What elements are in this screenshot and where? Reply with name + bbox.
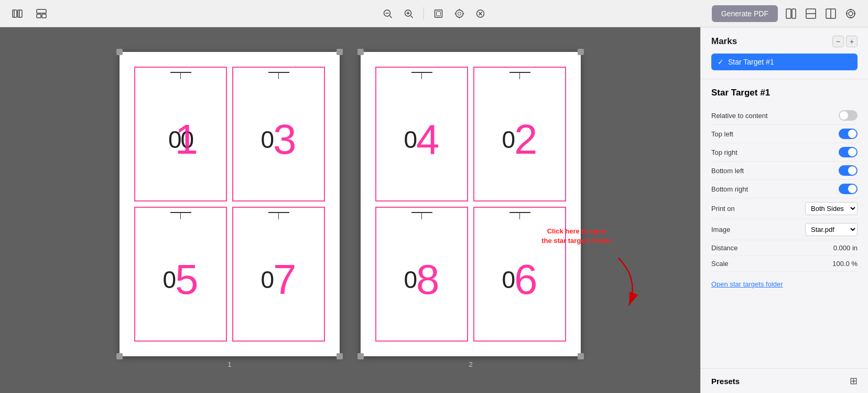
toolbar-center bbox=[379, 5, 489, 22]
card-6: 0 6 bbox=[473, 207, 566, 342]
setting-label-distance: Distance bbox=[711, 244, 738, 252]
card-black-4: 0 bbox=[404, 125, 416, 154]
card-black-5: 0 bbox=[162, 265, 175, 294]
card-top-mark-6 bbox=[509, 212, 530, 219]
corner-tl-1 bbox=[116, 49, 123, 55]
card-black-3: 0 bbox=[261, 125, 273, 154]
svg-rect-0 bbox=[13, 10, 17, 17]
toolbar: Generate PDF bbox=[0, 0, 868, 27]
panel-icon-2[interactable] bbox=[802, 5, 820, 23]
generate-pdf-button[interactable]: Generate PDF bbox=[712, 5, 778, 22]
panel-icon-1[interactable] bbox=[782, 5, 800, 23]
svg-rect-5 bbox=[37, 14, 41, 18]
svg-rect-23 bbox=[786, 9, 791, 18]
setting-label-image: Image bbox=[711, 226, 730, 233]
open-folder-link[interactable]: Open star targets folder bbox=[711, 280, 858, 288]
target-icon[interactable] bbox=[842, 5, 860, 23]
toggle-relative[interactable] bbox=[839, 110, 858, 121]
presets-section: Presets ⊞ bbox=[701, 368, 868, 393]
marks-plus-button[interactable]: + bbox=[846, 36, 858, 47]
card-number-3: 0 3 bbox=[261, 115, 296, 164]
print-on-select[interactable]: Both Sides Front Only Back Only bbox=[805, 202, 858, 215]
card-top-mark-7 bbox=[268, 212, 289, 219]
corner-tr-1 bbox=[337, 49, 343, 55]
svg-point-30 bbox=[849, 12, 853, 16]
setting-row-scale: Scale 100.0 % bbox=[711, 256, 858, 272]
zoom-fit-button[interactable] bbox=[451, 5, 468, 22]
setting-value-distance: 0.000 in bbox=[833, 244, 858, 252]
page-2: 0 4 0 2 bbox=[361, 52, 581, 356]
star-target-check: ✓ bbox=[718, 58, 724, 66]
corner-bl-2 bbox=[357, 353, 364, 359]
zoom-out-button[interactable] bbox=[379, 5, 396, 22]
setting-label-top-left: Top left bbox=[711, 130, 733, 138]
card-pink-8: 8 bbox=[416, 256, 440, 304]
card-2: 0 2 bbox=[473, 67, 566, 201]
svg-line-9 bbox=[390, 16, 392, 18]
layout-icon-2[interactable] bbox=[32, 5, 50, 23]
card-number-4: 0 4 bbox=[404, 115, 439, 164]
toolbar-right: Generate PDF bbox=[712, 5, 860, 23]
card-black-7: 0 bbox=[261, 265, 273, 294]
card-5: 0 5 bbox=[134, 207, 227, 342]
toggle-bottom-left[interactable] bbox=[839, 165, 858, 176]
setting-row-top-right: Top right bbox=[711, 143, 858, 162]
setting-row-bottom-right: Bottom right bbox=[711, 180, 858, 198]
corner-br-2 bbox=[578, 353, 584, 359]
zoom-in-button[interactable] bbox=[400, 5, 417, 22]
setting-label-relative: Relative to content bbox=[711, 112, 768, 120]
presets-grid-icon[interactable]: ⊞ bbox=[850, 375, 858, 387]
toolbar-left bbox=[8, 5, 50, 23]
card-7: 0 7 bbox=[232, 207, 325, 342]
page-1: 00 1 0 3 bbox=[120, 52, 340, 356]
svg-point-17 bbox=[458, 12, 461, 15]
setting-label-print-on: Print on bbox=[711, 205, 735, 213]
marks-minus-button[interactable]: − bbox=[832, 36, 844, 47]
card-top-mark-1 bbox=[170, 72, 191, 79]
toolbar-icons-right bbox=[782, 5, 860, 23]
card-number-5: 0 5 bbox=[162, 256, 198, 304]
toggle-bottom-right[interactable] bbox=[839, 184, 858, 194]
card-pink-5: 5 bbox=[175, 256, 199, 304]
main-content: 00 1 0 3 bbox=[0, 27, 868, 393]
setting-label-bottom-left: Bottom left bbox=[711, 167, 744, 175]
tooltip-arrow bbox=[587, 253, 650, 311]
svg-point-16 bbox=[456, 10, 463, 17]
star-target-item[interactable]: ✓ Star Target #1 bbox=[711, 54, 858, 70]
marks-section: Marks − + ✓ Star Target #1 bbox=[701, 27, 868, 79]
card-black-8: 0 bbox=[404, 265, 416, 294]
setting-row-bottom-left: Bottom left bbox=[711, 162, 858, 180]
svg-rect-15 bbox=[437, 12, 441, 16]
card-1: 00 1 bbox=[134, 67, 227, 201]
svg-point-29 bbox=[847, 9, 855, 18]
image-select[interactable]: Star.pdf bbox=[805, 223, 858, 236]
setting-value-scale: 100.0 % bbox=[832, 260, 858, 268]
page-2-wrapper: 0 4 0 2 bbox=[361, 52, 581, 368]
cards-grid-2: 0 4 0 2 bbox=[361, 52, 581, 356]
setting-label-top-right: Top right bbox=[711, 148, 737, 156]
fit-page-button[interactable] bbox=[430, 5, 447, 22]
page-label-2: 2 bbox=[469, 360, 472, 368]
zoom-full-button[interactable] bbox=[472, 5, 489, 22]
card-black-6: 0 bbox=[502, 265, 514, 294]
svg-line-13 bbox=[411, 16, 413, 18]
card-8: 0 8 bbox=[375, 207, 468, 342]
card-top-mark-3 bbox=[268, 72, 289, 79]
page-label-1: 1 bbox=[227, 360, 231, 368]
layout-icon-1[interactable] bbox=[8, 5, 26, 23]
presets-label: Presets bbox=[711, 377, 740, 386]
setting-label-scale: Scale bbox=[711, 260, 729, 268]
corner-br-1 bbox=[337, 353, 343, 359]
svg-rect-4 bbox=[37, 9, 46, 13]
card-top-mark-4 bbox=[411, 72, 432, 79]
card-3: 0 3 bbox=[232, 67, 325, 201]
panel-icon-3[interactable] bbox=[822, 5, 840, 23]
toggle-top-left[interactable] bbox=[839, 129, 858, 139]
corner-tr-2 bbox=[578, 49, 584, 55]
marks-title-actions: − + bbox=[832, 36, 858, 47]
toggle-top-right[interactable] bbox=[839, 147, 858, 157]
svg-rect-14 bbox=[435, 10, 442, 17]
setting-label-bottom-right: Bottom right bbox=[711, 185, 748, 193]
svg-rect-1 bbox=[18, 10, 22, 17]
setting-row-top-left: Top left bbox=[711, 125, 858, 143]
